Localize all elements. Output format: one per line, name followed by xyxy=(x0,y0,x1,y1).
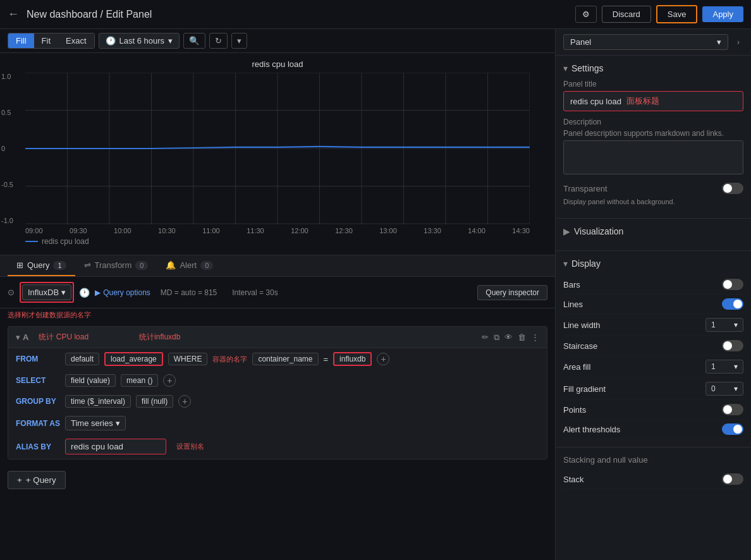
chart-toolbar: Fill Fit Exact 🕐 Last 6 hours ▾ 🔍 ↻ ▾ xyxy=(0,29,555,53)
settings-button[interactable]: ⚙ xyxy=(575,6,597,23)
add-query-button[interactable]: + + Query xyxy=(8,471,66,489)
staircase-toggle[interactable] xyxy=(722,340,743,351)
line-width-select[interactable]: 1 ▾ xyxy=(705,318,743,332)
page-title: New dashboard / Edit Panel xyxy=(27,9,575,20)
points-toggle[interactable] xyxy=(722,404,743,415)
group-by-time[interactable]: time ($_interval) xyxy=(65,395,131,408)
panel-arrow-right[interactable]: › xyxy=(733,35,743,49)
chevron-down-icon: ▾ xyxy=(717,37,721,47)
chart-canvas: 1.0 0.5 0 -0.5 -1.0 xyxy=(25,73,530,224)
more-button[interactable]: ▾ xyxy=(231,33,247,49)
area-fill-select[interactable]: 1 ▾ xyxy=(705,360,743,374)
settings-title[interactable]: ▾ Settings xyxy=(563,63,743,73)
group-by-fill[interactable]: fill (null) xyxy=(136,395,173,408)
group-by-label: GROUP BY xyxy=(16,397,60,406)
query-inspector-button[interactable]: Query inspector xyxy=(477,285,547,300)
clock-icon: 🕐 xyxy=(106,36,116,46)
add-where-button[interactable]: + xyxy=(377,353,389,365)
stack-toggle[interactable] xyxy=(722,473,743,485)
apply-button[interactable]: Apply xyxy=(702,6,743,22)
panel-title-field: Panel title redis cpu load 面板标题 xyxy=(563,80,743,111)
visualization-title[interactable]: ▶ Visualization xyxy=(563,226,743,236)
transparent-toggle-row: Transparent xyxy=(563,183,743,194)
description-label: Description xyxy=(563,118,743,126)
save-button[interactable]: Save xyxy=(656,5,698,23)
transform-count-badge: 0 xyxy=(135,261,148,270)
lines-label: Lines xyxy=(563,300,583,309)
discard-button[interactable]: Discard xyxy=(602,6,651,23)
tab-alert[interactable]: 🔔 Alert 0 xyxy=(157,255,222,276)
refresh-button[interactable]: ↻ xyxy=(209,33,228,49)
cpu-label: 统计 CPU load xyxy=(39,332,89,343)
chevron-right-icon: ▶ xyxy=(95,288,101,297)
datasource-annotation: 选择刚才创建数据源的名字 xyxy=(8,310,91,320)
select-field[interactable]: field (value) xyxy=(65,374,116,387)
tab-query[interactable]: ⊞ Query 1 xyxy=(8,255,75,276)
bars-toggle[interactable] xyxy=(722,279,743,290)
right-panel: Panel ▾ › ▾ Settings Panel title redis c… xyxy=(555,29,751,560)
exact-button[interactable]: Exact xyxy=(58,33,94,48)
format-select[interactable]: Time series ▾ xyxy=(65,416,126,430)
measurement-pill[interactable]: load_average xyxy=(104,352,163,366)
lines-row: Lines xyxy=(563,295,743,314)
trash-icon[interactable]: 🗑 xyxy=(518,332,526,343)
add-select-button[interactable]: + xyxy=(163,374,176,387)
container-field[interactable]: container_name xyxy=(252,353,318,365)
fill-gradient-select[interactable]: 0 ▾ xyxy=(705,382,743,396)
query-count-badge: 1 xyxy=(53,261,66,270)
stack-row: Stack xyxy=(563,470,743,489)
lines-toggle[interactable] xyxy=(722,298,743,310)
panel-type-select[interactable]: Panel ▾ xyxy=(563,34,728,50)
select-label: SELECT xyxy=(16,376,60,385)
alias-input[interactable] xyxy=(65,439,166,454)
area-fill-label: Area fill xyxy=(563,362,590,372)
panel-title-input[interactable]: redis cpu load 面板标题 xyxy=(563,91,743,111)
influxdb-label: 统计influxdb xyxy=(139,332,180,343)
tab-transform[interactable]: ⇌ Transform 0 xyxy=(75,255,157,276)
description-input[interactable] xyxy=(563,140,743,174)
back-button[interactable]: ← xyxy=(8,8,19,21)
add-group-button[interactable]: + xyxy=(178,395,191,408)
from-row: FROM default load_average WHERE 容器的名字 co… xyxy=(8,348,547,370)
query-options-btn[interactable]: ▶ Query options xyxy=(95,288,150,297)
from-database[interactable]: default xyxy=(65,353,99,365)
fill-button[interactable]: Fill xyxy=(8,33,34,48)
bars-row: Bars xyxy=(563,275,743,295)
datasource-select[interactable]: InfluxDB ▾ xyxy=(22,284,71,300)
time-range-picker[interactable]: 🕐 Last 6 hours ▾ xyxy=(99,33,180,49)
panel-title-label: Panel title xyxy=(563,80,743,88)
fit-button[interactable]: Fit xyxy=(34,33,58,48)
copy-icon[interactable]: ⧉ xyxy=(494,332,499,343)
query-tabs: ⊞ Query 1 ⇌ Transform 0 🔔 Alert 0 xyxy=(0,255,555,277)
main-layout: Fill Fit Exact 🕐 Last 6 hours ▾ 🔍 ↻ ▾ re… xyxy=(0,29,751,560)
zoom-out-button[interactable]: 🔍 xyxy=(183,33,205,49)
transparent-field: Transparent Display panel without a back… xyxy=(563,183,743,205)
query-block-header: ▾ A 统计 CPU load 统计influxdb ✏ ⧉ 👁 🗑 ⋮ xyxy=(8,327,547,348)
points-row: Points xyxy=(563,400,743,420)
query-block-a: ▾ A 统计 CPU load 统计influxdb ✏ ⧉ 👁 🗑 ⋮ FRO… xyxy=(8,326,547,460)
group-by-row: GROUP BY time ($_interval) fill (null) + xyxy=(8,391,547,412)
chevron-down-icon: ▾ xyxy=(734,320,738,329)
datasource-icon: ⊙ xyxy=(8,288,15,297)
bars-label: Bars xyxy=(563,280,580,289)
chart-title: redis cpu load xyxy=(0,59,555,69)
more-icon[interactable]: ⋮ xyxy=(531,332,539,343)
select-row: SELECT field (value) mean () + xyxy=(8,370,547,391)
area-fill-row: Area fill 1 ▾ xyxy=(563,356,743,378)
transparent-desc: Display panel without a background. xyxy=(563,198,743,205)
format-as-label: FORMAT AS xyxy=(16,419,60,428)
fill-gradient-label: Fill gradient xyxy=(563,384,606,394)
stacking-title: Stacking and null value xyxy=(563,455,743,465)
alert-thresholds-toggle[interactable] xyxy=(722,423,743,435)
chevron-down-icon: ▾ xyxy=(563,259,568,269)
datasource-name: InfluxDB xyxy=(28,288,59,297)
view-mode-group: Fill Fit Exact xyxy=(8,33,95,49)
line-width-row: Line width 1 ▾ xyxy=(563,314,743,336)
display-title[interactable]: ▾ Display xyxy=(563,259,743,269)
select-fn[interactable]: mean () xyxy=(121,374,158,387)
edit-icon[interactable]: ✏ xyxy=(482,332,489,343)
transparent-toggle[interactable] xyxy=(722,183,743,194)
format-value: Time series xyxy=(71,418,113,428)
eye-icon[interactable]: 👁 xyxy=(504,332,513,343)
influxdb-value[interactable]: influxdb xyxy=(333,352,372,366)
